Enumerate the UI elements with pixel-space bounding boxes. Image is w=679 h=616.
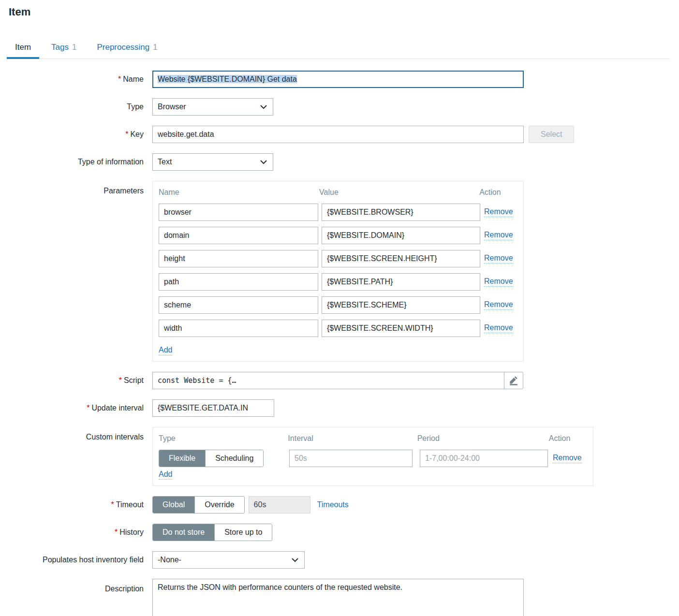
tab-tags-label: Tags	[51, 43, 69, 52]
period-input[interactable]	[420, 450, 548, 467]
custom-intervals-table: Type Interval Period Action Flexible Sch…	[152, 427, 593, 486]
inventory-select[interactable]: -None-	[152, 551, 305, 569]
item-form-page: Item Item Tags1 Preprocessing1 *Name Web…	[0, 0, 679, 616]
type-of-information-select[interactable]: Text	[152, 153, 273, 171]
parameter-name-input[interactable]	[159, 320, 318, 337]
required-marker: *	[118, 75, 121, 83]
parameter-remove-link[interactable]: Remove	[484, 277, 513, 287]
timeouts-link[interactable]: Timeouts	[317, 496, 349, 513]
timeout-global-option[interactable]: Global	[153, 497, 194, 513]
description-label: Description	[9, 579, 152, 616]
update-interval-label: *Update interval	[9, 399, 152, 417]
name-row: *Name Website {$WEBSITE.DOMAIN} Get data	[9, 71, 679, 88]
parameter-value-input[interactable]	[322, 227, 480, 244]
custom-intervals-label: Custom intervals	[9, 427, 152, 486]
parameter-name-input[interactable]	[159, 296, 318, 314]
type-select-value: Browser	[158, 99, 186, 115]
parameters-add-link[interactable]: Add	[159, 346, 172, 355]
parameter-row: Remove	[159, 320, 517, 337]
pencil-icon	[508, 375, 519, 387]
tab-preprocessing-label: Preprocessing	[97, 43, 149, 52]
interval-type-scheduling-option[interactable]: Scheduling	[205, 450, 263, 467]
parameters-row: Parameters Name Value Action Remove Remo…	[9, 181, 679, 362]
history-label: *History	[9, 524, 152, 541]
chevron-down-icon	[260, 154, 267, 170]
type-of-information-label: Type of information	[9, 153, 152, 171]
parameters-col-name: Name	[159, 188, 316, 197]
custom-interval-remove-link[interactable]: Remove	[553, 454, 582, 463]
name-label: *Name	[9, 71, 152, 88]
parameter-name-input[interactable]	[159, 250, 318, 267]
parameter-remove-link[interactable]: Remove	[484, 231, 513, 240]
type-row: Type Browser	[9, 98, 679, 116]
parameters-label: Parameters	[9, 181, 152, 362]
parameter-value-input[interactable]	[322, 273, 480, 291]
type-label: Type	[9, 98, 152, 116]
required-marker: *	[87, 404, 89, 412]
parameters-col-action: Action	[479, 188, 517, 197]
key-select-button[interactable]: Select	[529, 126, 574, 143]
timeout-field: Global Override Timeouts	[152, 496, 349, 513]
script-label: *Script	[9, 372, 152, 389]
chevron-down-icon	[260, 99, 267, 115]
custom-intervals-col-type: Type	[159, 434, 279, 443]
timeout-value-input	[249, 496, 310, 513]
description-textarea[interactable]: Returns the JSON with performance counte…	[152, 579, 524, 616]
interval-type-segmented-control: Flexible Scheduling	[159, 450, 264, 467]
parameter-remove-link[interactable]: Remove	[484, 254, 513, 264]
timeout-override-option[interactable]: Override	[194, 497, 244, 513]
name-input[interactable]: Website {$WEBSITE.DOMAIN} Get data	[152, 71, 524, 88]
timeout-segmented-control: Global Override	[152, 496, 245, 513]
custom-intervals-col-period: Period	[417, 434, 544, 443]
parameter-name-input[interactable]	[159, 227, 318, 244]
parameter-value-input[interactable]	[322, 204, 480, 221]
tab-item[interactable]: Item	[7, 38, 39, 59]
item-form: *Name Website {$WEBSITE.DOMAIN} Get data…	[9, 71, 679, 616]
parameter-remove-link[interactable]: Remove	[484, 323, 513, 333]
tab-tags[interactable]: Tags1	[43, 38, 85, 59]
interval-type-flexible-option[interactable]: Flexible	[159, 450, 205, 467]
parameters-header: Name Value Action	[159, 188, 517, 197]
update-interval-row: *Update interval	[9, 399, 679, 417]
interval-type-toggle: Flexible Scheduling	[159, 450, 280, 467]
parameter-row: Remove	[159, 204, 517, 221]
page-title: Item	[9, 6, 679, 18]
parameter-remove-link[interactable]: Remove	[484, 300, 513, 310]
inventory-select-value: -None-	[158, 552, 181, 568]
history-store-up-to-option[interactable]: Store up to	[214, 524, 272, 541]
custom-intervals-add-link[interactable]: Add	[159, 470, 172, 480]
type-of-information-row: Type of information Text	[9, 153, 679, 171]
tab-tags-count: 1	[72, 43, 76, 52]
parameters-table: Name Value Action Remove Remove	[152, 181, 524, 362]
history-do-not-store-option[interactable]: Do not store	[153, 524, 214, 541]
required-marker: *	[115, 528, 118, 536]
parameter-value-input[interactable]	[322, 250, 480, 267]
parameter-name-input[interactable]	[159, 273, 318, 291]
key-row: *Key Select	[9, 126, 679, 143]
timeout-row: *Timeout Global Override Timeouts	[9, 496, 679, 513]
tab-bar: Item Tags1 Preprocessing1	[7, 38, 670, 59]
parameter-row: Remove	[159, 227, 517, 244]
update-interval-input[interactable]	[152, 399, 274, 417]
required-marker: *	[125, 130, 128, 138]
parameter-row: Remove	[159, 296, 517, 314]
inventory-row: Populates host inventory field -None-	[9, 551, 679, 569]
tab-preprocessing-count: 1	[153, 43, 157, 52]
parameter-row: Remove	[159, 250, 517, 267]
parameter-row: Remove	[159, 273, 517, 291]
history-row: *History Do not store Store up to	[9, 524, 679, 541]
parameter-name-input[interactable]	[159, 204, 318, 221]
script-input[interactable]: const Website = {…	[152, 372, 504, 389]
parameter-value-input[interactable]	[322, 320, 480, 337]
interval-input[interactable]	[289, 450, 413, 467]
type-select[interactable]: Browser	[152, 98, 273, 116]
key-input[interactable]	[152, 126, 524, 143]
tab-preprocessing[interactable]: Preprocessing1	[89, 38, 165, 59]
parameter-value-input[interactable]	[322, 296, 480, 314]
parameter-remove-link[interactable]: Remove	[484, 207, 513, 217]
script-edit-button[interactable]	[504, 372, 523, 389]
timeout-label: *Timeout	[9, 496, 152, 513]
history-segmented-control: Do not store Store up to	[152, 524, 272, 541]
inventory-label: Populates host inventory field	[9, 551, 152, 569]
chevron-down-icon	[292, 552, 298, 568]
